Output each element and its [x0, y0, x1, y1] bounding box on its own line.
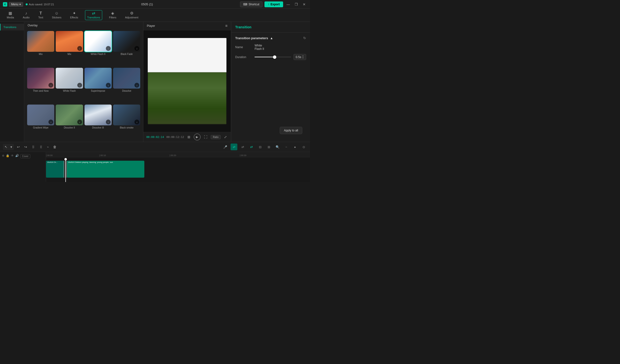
toolbar-item-filters[interactable]: ◈ Filters — [107, 10, 118, 20]
toolbar-item-stickers[interactable]: ☺ Stickers — [50, 10, 63, 20]
redo-button[interactable]: ↪ — [23, 144, 28, 150]
fullscreen-preview-button[interactable]: ⛶ — [203, 135, 208, 139]
duration-slider-thumb[interactable] — [273, 55, 276, 59]
split-screen-button[interactable]: ⊟ — [257, 144, 264, 150]
toolbar-item-effects[interactable]: ✦ Effects — [68, 10, 80, 20]
zoom-out-button[interactable]: 🔍 — [274, 144, 281, 150]
menu-button[interactable]: Menu ▾ — [9, 2, 23, 7]
toolbar-item-media[interactable]: ▦ Media — [5, 10, 16, 20]
video-track-right[interactable]: 16of18 Children playing, dancing, young … — [67, 161, 144, 178]
ruler-mark-0: | 00:00 — [46, 154, 53, 157]
category-label: Overlay — [24, 22, 143, 29]
add-track-button[interactable]: ⊕ — [2, 154, 4, 157]
download-icon-dissolve: ↓ — [134, 83, 139, 88]
timeline-toolbar: ↖ ▾ ↩ ↪ ⧚ ⧛ ⧜ 🗑 🎤 ⇄ ⇄ ⇄ ⊟ ⊞ 🔍 − ● ⊙ — [0, 142, 310, 152]
transition-item-blackfade[interactable]: ↓ Black Fade — [113, 31, 140, 66]
select-tool-button[interactable]: ↖ — [3, 144, 9, 150]
duration-row: Duration 0.5s ▲ ▼ — [235, 54, 306, 60]
fullscreen-button[interactable]: ⤢ — [223, 135, 228, 139]
download-icon-gradwipe: ↓ — [48, 120, 53, 124]
filters-icon: ◈ — [111, 11, 114, 15]
download-icon-thenandnow: ↓ — [48, 83, 53, 88]
capcut-logo: C — [3, 2, 7, 7]
settings-button[interactable]: ⊙ — [300, 144, 307, 150]
params-title-text: Transition parameters ▲ — [235, 36, 273, 40]
video-track-left[interactable]: 16of18 Ch... — [46, 161, 64, 178]
close-button[interactable]: ✕ — [301, 2, 307, 7]
cover-label-button[interactable]: Cover — [20, 154, 30, 158]
params-title-row: Transition parameters ▲ ↻ — [235, 36, 306, 40]
split-button3[interactable]: ⧜ — [46, 144, 50, 150]
split-button[interactable]: ⧚ — [30, 144, 36, 150]
play-button[interactable]: ▶ — [194, 134, 201, 140]
transition-item-dissolve3[interactable]: ↓ Dissolve III — [85, 105, 112, 140]
restore-button[interactable]: ❐ — [293, 2, 299, 7]
transition-label-mix1: Mix — [39, 53, 43, 55]
link-button[interactable]: ⇄ — [248, 144, 255, 150]
autosave-dot — [26, 3, 28, 5]
transition-label-blacksmoke: Black smoke — [120, 126, 134, 129]
fit-button[interactable]: ● — [292, 144, 298, 150]
transition-link-button[interactable]: ⇄ — [231, 144, 237, 150]
eye-button[interactable]: 👁 — [11, 154, 14, 157]
player-menu-icon[interactable]: ≡ — [225, 24, 227, 28]
duration-slider-container[interactable] — [255, 57, 291, 57]
clip-link-button[interactable]: ⇄ — [239, 144, 246, 150]
toolbar-item-transitions[interactable]: ⇄ Transitions — [85, 10, 102, 20]
spinner-up-icon[interactable]: ▲ — [302, 55, 304, 57]
zoom-in-button[interactable]: − — [283, 144, 290, 150]
grid-view-button[interactable]: ⊞ — [186, 135, 191, 139]
panel-row: Transitions Overlay Mix ↓ Mix — [0, 22, 310, 142]
total-time: 00:00:12:12 — [166, 136, 184, 139]
ratio-button[interactable]: Ratio — [211, 135, 221, 139]
toolbar-item-adjustment[interactable]: ⚙ Adjustment — [123, 10, 140, 20]
media-icon: ▦ — [8, 11, 12, 15]
transition-label-gradwipe: Gradient Wipe — [33, 126, 48, 129]
duration-value-box[interactable]: 0.5s ▲ ▼ — [294, 54, 306, 60]
transition-item-blacksmoke[interactable]: ↓ Black smoke — [113, 105, 140, 140]
mic-button[interactable]: 🎤 — [222, 144, 229, 150]
transition-thumb-blackfade: ↓ — [113, 31, 140, 52]
apply-all-button[interactable]: Apply to all — [280, 127, 302, 134]
chevron-up-icon: ▲ — [270, 36, 273, 40]
playhead[interactable] — [65, 158, 66, 182]
export-button[interactable]: ↑ Export — [264, 1, 283, 7]
top-toolbar: ▦ Media ♪ Audio T Text ☺ Stickers ✦ Effe… — [0, 9, 310, 22]
delete-button[interactable]: 🗑 — [52, 144, 58, 150]
current-time: 00:00:02:14 — [146, 136, 164, 139]
name-label: Name — [235, 46, 252, 49]
transition-item-whiteflash2[interactable]: ↓ White Flash II — [85, 31, 112, 66]
transition-item-whiteflash[interactable]: ↓ White Flash — [56, 68, 83, 103]
shortcut-button[interactable]: ⌨ Shortcut — [240, 1, 263, 7]
apply-all-container: Apply to all — [231, 127, 310, 142]
transition-item-thenandnow[interactable]: ↓ Then and Now — [27, 68, 54, 103]
spinner-down-icon[interactable]: ▼ — [302, 57, 304, 59]
pip-button[interactable]: ⊞ — [265, 144, 272, 150]
right-panel: Transition Transition parameters ▲ ↻ Nam… — [231, 22, 310, 142]
lock-button[interactable]: 🔒 — [6, 154, 9, 157]
select-tool-dropdown[interactable]: ▾ — [9, 144, 13, 150]
toolbar-item-audio[interactable]: ♪ Audio — [21, 10, 31, 20]
transition-thumb-thenandnow: ↓ — [27, 68, 54, 89]
transition-item-superimpose[interactable]: ↓ Superimpose — [85, 68, 112, 103]
reset-icon[interactable]: ↻ — [303, 36, 306, 40]
transition-item-mix2[interactable]: ↓ Mix — [56, 31, 83, 66]
transition-thumb-superimpose: ↓ — [85, 68, 112, 89]
split-button2[interactable]: ⧛ — [38, 144, 44, 150]
sidebar-item-transitions[interactable]: Transitions — [0, 24, 24, 30]
transition-marker[interactable] — [63, 161, 67, 178]
transition-item-dissolve[interactable]: ↓ Dissolve — [113, 68, 140, 103]
logo-area: C Menu ▾ — [3, 2, 23, 7]
timeline-content: ⊕ 🔒 👁 🔊 Cover | 00:00 | 00:10 | 00:20 | … — [0, 152, 310, 182]
toolbar-item-text[interactable]: T Text — [36, 10, 45, 20]
transition-thumb-blacksmoke: ↓ — [113, 105, 140, 125]
transition-item-dissolve2[interactable]: ↓ Dissolve II — [56, 105, 83, 140]
duration-spinner[interactable]: ▲ ▼ — [302, 55, 304, 59]
minimize-button[interactable]: — — [285, 2, 291, 7]
transition-item-mix1[interactable]: Mix — [27, 31, 54, 66]
undo-button[interactable]: ↩ — [16, 144, 21, 150]
transition-item-gradwipe[interactable]: ↓ Gradient Wipe — [27, 105, 54, 140]
audio-track-button[interactable]: 🔊 — [15, 154, 19, 157]
timeline-ruler: | 00:00 | 00:10 | 00:20 | 00:30 — [46, 152, 310, 157]
tl-left-controls: ⊕ 🔒 👁 🔊 Cover — [0, 152, 46, 159]
